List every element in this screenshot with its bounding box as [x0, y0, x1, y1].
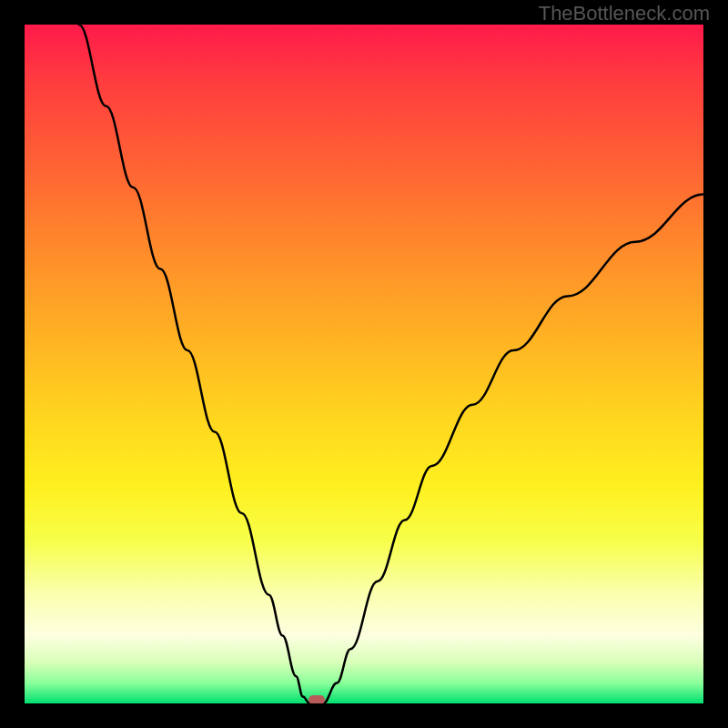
- watermark-text: TheBottleneck.com: [539, 2, 710, 25]
- curve-left: [79, 25, 310, 703]
- plot-area: [25, 25, 703, 703]
- marker-dot: [308, 695, 325, 703]
- chart-svg: [25, 25, 703, 703]
- curve-right: [323, 195, 703, 704]
